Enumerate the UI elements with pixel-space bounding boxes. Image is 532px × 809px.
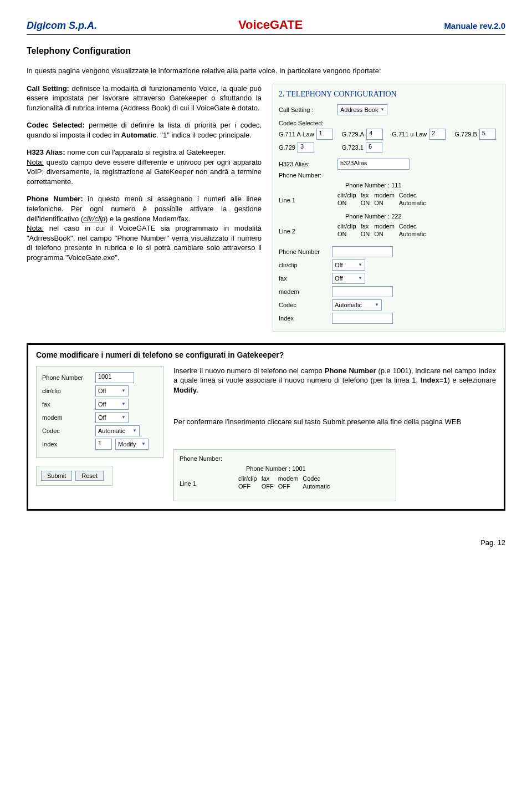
bt-line1-label: Line 1 — [180, 480, 235, 487]
sm-fax-select[interactable]: Off▼ — [95, 399, 129, 410]
codec-tail: . "1" indica il codec principale. — [156, 131, 252, 139]
line2-modem: ON — [374, 231, 395, 237]
bt-th-codec: Codec — [303, 475, 330, 482]
h323-text: nome con cui l'apparato si registra al G… — [65, 148, 226, 156]
sub-codec-label: Codec — [279, 302, 329, 308]
line2-clir: ON — [337, 231, 356, 237]
sm-modify-select[interactable]: Modify▼ — [115, 439, 149, 450]
h323-paragraph: H323 Alias: nome con cui l'apparato si r… — [27, 147, 262, 186]
chevron-down-icon: ▼ — [141, 441, 146, 446]
line1-table: clir/clip fax modem Codec ON ON ON Autom… — [337, 192, 426, 206]
codec-g7231-label: G.723.1 — [342, 144, 364, 151]
callout-box: Come modificare i numeri di telefono se … — [27, 343, 505, 511]
pn-222: Phone Number : 222 — [345, 213, 499, 220]
line1-label: Line 1 — [279, 197, 334, 203]
sm-index-input[interactable]: 1 — [95, 439, 112, 450]
chevron-down-icon: ▼ — [358, 276, 362, 281]
h323-nota-text: questo campo deve essere differente e un… — [27, 158, 262, 186]
callsetting-label: Call Setting: — [27, 84, 69, 93]
sm-phone-input[interactable]: 1001 — [95, 372, 134, 383]
phone-number-label: Phone Number: — [279, 172, 334, 179]
callsetting-paragraph: Call Setting: definisce la modalità di f… — [27, 84, 262, 113]
sm-modem-label: modem — [42, 414, 92, 421]
codec-g729b-label: G.729.B — [454, 131, 477, 138]
codec-g711a-label: G.711 A-Law — [279, 131, 314, 138]
th-codec: Codec — [399, 192, 426, 199]
th-clir: clir/clip — [337, 192, 356, 199]
th-modem2: modem — [374, 223, 395, 230]
sm-clir-label: clir/clip — [42, 388, 92, 394]
line1-codec: Automatic — [399, 200, 426, 206]
th-fax2: fax — [361, 223, 370, 230]
codec-g711u-input[interactable]: 2 — [429, 129, 446, 140]
sub-index-input[interactable] — [332, 313, 393, 324]
codec-g729a-input[interactable]: 4 — [366, 129, 383, 140]
screenshot-column: 2. TELEPHONY CONFIGURATION Call Setting … — [273, 84, 505, 332]
sub-clir-label: clir/clip — [279, 262, 329, 268]
codec-g729b-input[interactable]: 5 — [479, 129, 496, 140]
codec-grid: G.711 A-Law1 G.729.A4 G.711 u-Law2 G.729… — [279, 129, 499, 153]
phone-label: Phone Number: — [27, 195, 83, 203]
bt-phone-label: Phone Number: — [180, 455, 235, 462]
sub-fax-select[interactable]: Off▼ — [332, 273, 365, 284]
callout-title: Come modificare i numeri di telefono se … — [36, 350, 496, 359]
phone-text2: ) e la gestione Modem/fax. — [105, 215, 190, 223]
submit-button[interactable]: Submit — [41, 471, 72, 481]
codec-selected-label: Codec Selected: — [279, 120, 499, 126]
sm-codec-select[interactable]: Automatic▼ — [95, 425, 140, 436]
bt-clir: OFF — [238, 483, 257, 490]
page-title: Telephony Configuration — [27, 46, 505, 56]
sub-index-label: Index — [279, 315, 329, 322]
phone-nota-text: nel caso in cui il VoiceGATE sia program… — [27, 224, 262, 262]
pn-111: Phone Number : 111 — [345, 182, 499, 189]
sub-phone-label: Phone Number — [279, 248, 329, 255]
sub-phone-input[interactable] — [332, 246, 393, 257]
sm-fax-label: fax — [42, 401, 92, 408]
bt-th-clir: clir/clip — [238, 475, 257, 482]
chevron-down-icon: ▼ — [132, 428, 137, 433]
th-modem: modem — [374, 192, 395, 199]
reset-button[interactable]: Reset — [75, 471, 104, 481]
sm-phone-label: Phone Number — [42, 374, 92, 381]
callout-p2: Per confermare l'inserimento cliccare su… — [173, 417, 496, 427]
sm-index-label: Index — [42, 441, 92, 447]
sm-modem-select[interactable]: Off▼ — [95, 412, 129, 423]
sm-codec-label: Codec — [42, 428, 92, 434]
sub-modem-label: modem — [279, 288, 329, 295]
line1-modem: ON — [374, 200, 395, 206]
header-left: Digicom S.p.A. — [27, 20, 97, 32]
intro-paragraph: In questa pagina vengono visualizzate le… — [27, 66, 505, 76]
call-setting-label: Call Setting : — [279, 106, 334, 113]
telephony-config-screenshot: 2. TELEPHONY CONFIGURATION Call Setting … — [273, 84, 505, 332]
th-fax: fax — [361, 192, 370, 199]
page-footer: Pag. 12 — [27, 538, 505, 547]
codec-label: Codec Selected: — [27, 121, 85, 129]
chevron-down-icon: ▼ — [121, 415, 126, 420]
codec-g711u-label: G.711 u-Law — [392, 131, 427, 138]
line1-clir: ON — [337, 200, 356, 206]
line2-table: clir/clip fax modem Codec ON ON ON Autom… — [337, 223, 426, 237]
th-codec2: Codec — [399, 223, 426, 230]
chevron-down-icon: ▼ — [121, 388, 126, 393]
chevron-down-icon: ▼ — [380, 107, 385, 112]
codec-automatic: Automatic — [121, 131, 157, 139]
bt-pn1001: Phone Number : 1001 — [246, 465, 390, 472]
chevron-down-icon: ▼ — [358, 262, 362, 267]
line2-fax: ON — [361, 231, 370, 237]
sub-codec-select[interactable]: Automatic▼ — [332, 299, 382, 311]
bt-modem: OFF — [278, 483, 299, 490]
call-setting-select[interactable]: Address Book▼ — [337, 104, 387, 115]
codec-g729-label: G.729 — [279, 144, 295, 151]
sub-modem-input[interactable] — [332, 286, 393, 297]
line2-label: Line 2 — [279, 228, 334, 235]
codec-g729-input[interactable]: 3 — [298, 142, 314, 153]
sub-clir-select[interactable]: Off▼ — [332, 260, 365, 271]
sm-clir-select[interactable]: Off▼ — [95, 385, 129, 396]
codec-g711a-input[interactable]: 1 — [316, 129, 333, 140]
codec-paragraph: Codec Selected: permette di definire la … — [27, 120, 262, 140]
bt-th-modem: modem — [278, 475, 299, 482]
chevron-down-icon: ▼ — [121, 401, 126, 406]
h323-alias-label: H323 Alias: — [279, 161, 334, 167]
codec-g7231-input[interactable]: 6 — [366, 142, 382, 153]
h323-alias-input[interactable]: h323Alias — [337, 159, 410, 170]
